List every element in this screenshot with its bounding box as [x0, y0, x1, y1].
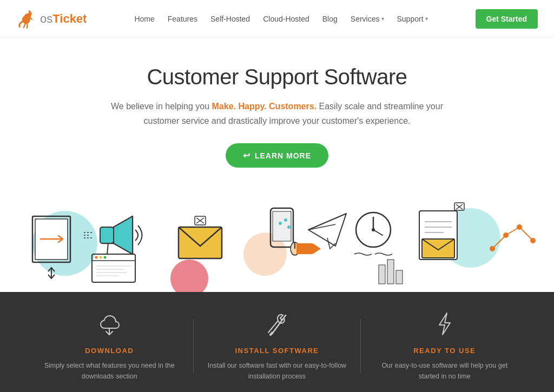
svg-marker-14 [114, 216, 133, 254]
nav-support-dropdown[interactable]: Support ▾ [397, 15, 428, 23]
feature-divider-2 [360, 319, 361, 373]
arrow-icon: ↩ [243, 150, 250, 161]
svg-line-29 [308, 224, 335, 230]
svg-line-33 [373, 230, 382, 235]
nav-cloud-hosted[interactable]: Cloud-Hosted [263, 15, 309, 23]
feature-ready: READY TO USE Our easy-to-use software wi… [374, 311, 515, 382]
svg-line-45 [519, 227, 533, 241]
logo[interactable]: osTicket [16, 9, 87, 29]
wrench-screwdriver-icon [264, 311, 290, 340]
feature-ready-desc: Our easy-to-use software will help you g… [374, 360, 515, 382]
svg-rect-55 [387, 260, 394, 284]
svg-line-44 [506, 227, 519, 235]
svg-point-2 [29, 10, 30, 13]
get-started-button[interactable]: Get Started [476, 9, 538, 29]
svg-point-3 [31, 12, 32, 13]
lightning-icon [432, 311, 458, 340]
hero-description: We believe in helping you Make. Happy. C… [104, 99, 450, 128]
svg-rect-54 [379, 265, 385, 284]
feature-install-desc: Install our software fast with our easy-… [207, 360, 347, 382]
svg-rect-52 [296, 243, 313, 254]
nav-features[interactable]: Features [168, 15, 197, 23]
feature-ready-title: READY TO USE [413, 347, 476, 355]
svg-point-59 [95, 256, 98, 259]
chevron-down-icon: ▾ [381, 16, 384, 22]
learn-more-button[interactable]: ↩ LEARN MORE [226, 143, 328, 168]
svg-point-61 [104, 256, 107, 259]
feature-download-title: DOWNLOAD [85, 347, 134, 355]
feature-download-desc: Simply select what features you need in … [39, 360, 180, 382]
svg-rect-13 [100, 227, 114, 243]
nav-self-hosted[interactable]: Self-Hosted [210, 15, 250, 23]
hero-section: Customer Support Software We believe in … [0, 38, 554, 184]
svg-rect-57 [92, 254, 135, 282]
nav-services-dropdown[interactable]: Services ▾ [351, 15, 384, 23]
logo-kangaroo-icon [16, 9, 37, 29]
svg-point-24 [284, 218, 287, 222]
nav-blog[interactable]: Blog [322, 15, 338, 23]
svg-line-15 [107, 243, 108, 254]
svg-marker-53 [313, 243, 321, 254]
svg-line-69 [271, 333, 273, 335]
feature-install: INSTALL SOFTWARE Install our software fa… [207, 311, 347, 382]
svg-marker-70 [439, 313, 450, 335]
features-section: DOWNLOAD Simply select what features you… [0, 292, 554, 392]
main-header: osTicket Home Features Self-Hosted Cloud… [0, 0, 554, 38]
svg-point-4 [22, 15, 30, 23]
logo-text: osTicket [40, 12, 87, 26]
main-nav: Home Features Self-Hosted Cloud-Hosted B… [134, 15, 427, 23]
svg-point-25 [287, 225, 291, 229]
svg-marker-28 [308, 214, 346, 246]
hero-illustration [0, 184, 554, 292]
feature-divider-1 [193, 319, 194, 373]
feature-download: DOWNLOAD Simply select what features you… [39, 311, 180, 382]
svg-rect-17 [179, 227, 222, 258]
chevron-down-icon: ▾ [425, 16, 428, 22]
illustration-banner [0, 184, 554, 292]
cloud-download-icon [96, 311, 122, 340]
hero-title: Customer Support Software [11, 65, 543, 89]
nav-home[interactable]: Home [134, 15, 154, 23]
svg-point-23 [279, 222, 282, 225]
feature-install-title: INSTALL SOFTWARE [235, 347, 319, 355]
svg-point-60 [100, 256, 102, 259]
svg-rect-56 [396, 270, 403, 284]
svg-point-66 [170, 260, 208, 292]
